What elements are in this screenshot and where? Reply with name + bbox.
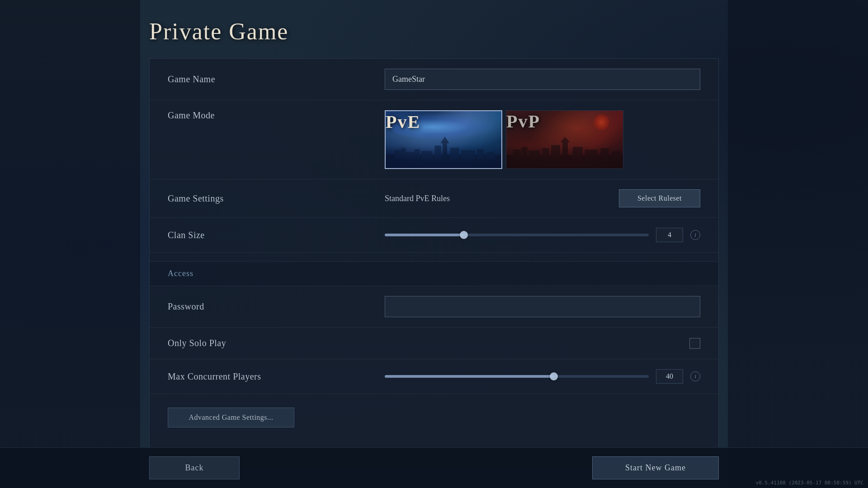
game-settings-label: Game Settings xyxy=(168,193,385,204)
start-new-game-button[interactable]: Start New Game xyxy=(592,456,719,479)
svg-rect-6 xyxy=(434,145,441,159)
solo-play-content xyxy=(385,338,700,349)
access-header-label: Access xyxy=(168,269,193,278)
pve-label: PvE xyxy=(386,112,420,136)
svg-rect-21 xyxy=(573,147,583,160)
max-players-thumb[interactable] xyxy=(550,372,558,380)
game-name-row: Game Name xyxy=(150,59,718,100)
clan-size-label: Clan Size xyxy=(168,230,385,240)
max-players-row: Max Concurrent Players 40 i xyxy=(150,359,718,394)
svg-rect-9 xyxy=(450,148,459,159)
max-players-fill xyxy=(385,375,554,378)
solo-play-row: Only Solo Play xyxy=(150,328,718,359)
game-mode-label: Game Mode xyxy=(168,110,385,121)
page-title: Private Game xyxy=(149,18,719,45)
max-players-label: Max Concurrent Players xyxy=(168,371,385,382)
settings-value: Standard PvE Rules xyxy=(385,194,619,203)
svg-rect-11 xyxy=(477,149,484,159)
svg-rect-7 xyxy=(443,143,447,159)
clan-size-value: 4 xyxy=(656,228,683,242)
pvp-label: PvP xyxy=(506,111,540,136)
game-name-content xyxy=(385,69,700,90)
svg-rect-0 xyxy=(386,155,501,168)
back-button[interactable]: Back xyxy=(149,456,240,479)
svg-rect-17 xyxy=(542,148,549,160)
mode-options: PvE xyxy=(385,110,623,169)
solo-play-checkbox[interactable] xyxy=(689,338,700,349)
clan-size-thumb[interactable] xyxy=(460,231,468,239)
svg-rect-1 xyxy=(395,150,401,159)
game-name-label: Game Name xyxy=(168,74,385,84)
svg-rect-24 xyxy=(612,151,621,160)
advanced-row: Advanced Game Settings... xyxy=(150,394,718,441)
clan-size-slider[interactable] xyxy=(385,234,649,236)
svg-rect-2 xyxy=(401,148,406,159)
svg-rect-13 xyxy=(506,155,623,169)
password-label: Password xyxy=(168,301,385,312)
clan-size-fill xyxy=(385,234,464,236)
password-row: Password xyxy=(150,286,718,328)
max-players-content: 40 i xyxy=(385,369,700,384)
access-header-row: Access xyxy=(150,262,718,286)
svg-rect-12 xyxy=(486,152,495,159)
game-mode-row: Game Mode xyxy=(150,100,718,179)
advanced-settings-button[interactable]: Advanced Game Settings... xyxy=(168,408,294,427)
settings-panel: Game Name Game Mode xyxy=(149,58,719,470)
svg-marker-20 xyxy=(560,137,570,142)
clan-size-row: Clan Size 4 i xyxy=(150,218,718,253)
game-mode-content: PvE xyxy=(385,110,700,169)
mode-card-pvp[interactable]: PvP xyxy=(506,110,623,169)
mode-card-pve[interactable]: PvE xyxy=(385,110,502,169)
svg-rect-22 xyxy=(585,150,598,160)
svg-rect-18 xyxy=(551,145,560,160)
svg-rect-14 xyxy=(513,150,521,160)
bottom-bar: Back Start New Game xyxy=(0,447,868,488)
solo-play-label: Only Solo Play xyxy=(168,338,385,348)
max-players-info-icon[interactable]: i xyxy=(690,371,700,381)
pve-scene-svg xyxy=(386,136,501,168)
select-ruleset-button[interactable]: Select Ruleset xyxy=(619,189,700,207)
svg-rect-10 xyxy=(461,150,475,159)
pvp-moon xyxy=(594,114,609,130)
svg-rect-23 xyxy=(600,148,609,160)
game-settings-row: Game Settings Standard PvE Rules Select … xyxy=(150,179,718,218)
svg-rect-5 xyxy=(421,151,433,159)
pvp-scene-svg xyxy=(506,137,623,169)
game-settings-content: Standard PvE Rules Select Ruleset xyxy=(385,189,700,207)
spacer-1 xyxy=(150,253,718,262)
main-container: Private Game Game Name Game Mode xyxy=(0,0,868,488)
password-input[interactable] xyxy=(385,296,700,317)
svg-rect-19 xyxy=(562,142,568,160)
version-info: v0.5.41188 (2023-05-17 08:58:59) UTC xyxy=(756,480,863,486)
max-players-slider[interactable] xyxy=(385,375,649,378)
svg-rect-16 xyxy=(529,150,540,160)
clan-size-content: 4 i xyxy=(385,228,700,242)
svg-rect-3 xyxy=(406,152,415,159)
game-name-input[interactable] xyxy=(385,69,700,90)
password-content xyxy=(385,296,700,317)
max-players-value: 40 xyxy=(656,369,683,384)
svg-rect-15 xyxy=(522,147,528,160)
svg-rect-4 xyxy=(415,149,420,159)
clan-size-info-icon[interactable]: i xyxy=(690,230,700,240)
